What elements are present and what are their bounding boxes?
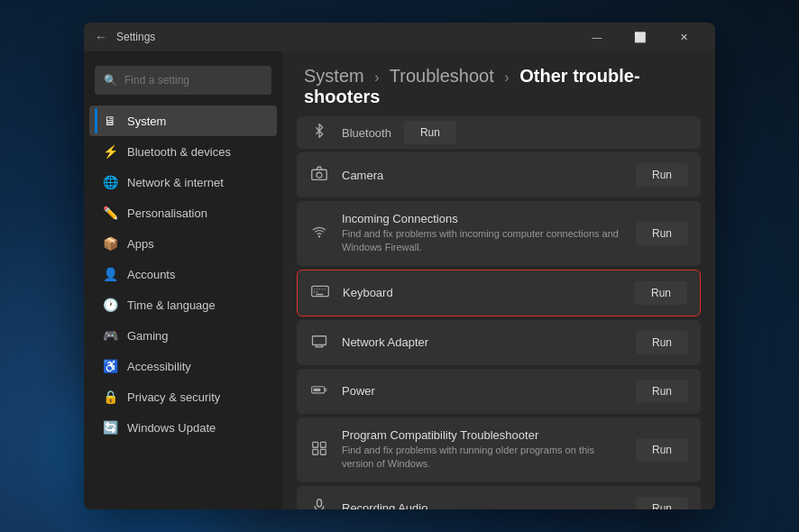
title-bar: ← Settings — ⬜ ✕	[84, 23, 715, 51]
minimize-button[interactable]: —	[576, 23, 618, 51]
ts-item-keyboard: Keyboard Run	[297, 270, 701, 316]
window-controls: — ⬜ ✕	[576, 23, 704, 51]
bluetooth-ts-icon	[309, 124, 329, 142]
incoming-desc: Find and fix problems with incoming comp…	[342, 227, 623, 255]
settings-window: ← Settings — ⬜ ✕ 🔍 🖥 System ⚡ Bluetooth …	[84, 23, 715, 509]
search-box[interactable]: 🔍	[95, 66, 271, 95]
ts-item-bluetooth-partial: Bluetooth Run	[297, 116, 701, 149]
program-compat-title: Program Compatibility Troubleshooter	[342, 428, 623, 442]
network-icon: 🌐	[102, 174, 118, 190]
accounts-icon: 👤	[102, 266, 118, 282]
bluetooth-run-button[interactable]: Run	[404, 121, 456, 144]
svg-rect-23	[320, 449, 326, 454]
program-compat-ts-icon	[309, 441, 329, 459]
sidebar-item-time[interactable]: 🕐 Time & language	[89, 289, 277, 320]
troubleshooters-list: Bluetooth Run Camera Run	[282, 116, 715, 509]
power-title: Power	[342, 384, 623, 398]
power-text: Power	[342, 384, 623, 398]
incoming-ts-icon	[309, 225, 329, 243]
power-ts-icon	[309, 383, 329, 399]
keyboard-ts-icon	[310, 285, 330, 301]
svg-rect-20	[313, 442, 318, 447]
sidebar-label-privacy: Privacy & security	[127, 390, 220, 404]
program-compat-text: Program Compatibility Troubleshooter Fin…	[342, 428, 623, 472]
camera-text: Camera	[342, 169, 623, 182]
breadcrumb: System › Troubleshoot › Other trouble-sh…	[282, 51, 715, 116]
ts-item-program-compat: Program Compatibility Troubleshooter Fin…	[297, 417, 701, 482]
keyboard-title: Keyboard	[343, 286, 622, 299]
sidebar-label-bluetooth: Bluetooth & devices	[127, 145, 231, 159]
sidebar-item-gaming[interactable]: 🎮 Gaming	[89, 320, 277, 351]
sidebar-item-personalisation[interactable]: ✏️ Personalisation	[89, 197, 277, 228]
back-button[interactable]: ←	[95, 30, 107, 44]
sidebar: 🔍 🖥 System ⚡ Bluetooth & devices 🌐 Netwo…	[84, 51, 282, 509]
personalisation-icon: ✏️	[102, 205, 118, 221]
content-area: 🔍 🖥 System ⚡ Bluetooth & devices 🌐 Netwo…	[84, 51, 715, 509]
ts-item-recording-audio: Recording Audio Run	[297, 486, 701, 509]
ts-item-power: Power Run	[297, 369, 701, 414]
recording-audio-run-button[interactable]: Run	[636, 497, 688, 509]
updates-icon: 🔄	[102, 419, 118, 436]
time-icon: 🕐	[102, 297, 118, 313]
privacy-icon: 🔒	[102, 389, 118, 405]
accessibility-icon: ♿	[102, 358, 118, 374]
sidebar-label-network: Network & internet	[127, 176, 224, 189]
maximize-button[interactable]: ⬜	[620, 23, 661, 51]
svg-rect-12	[313, 336, 326, 345]
sidebar-item-accounts[interactable]: 👤 Accounts	[89, 259, 277, 289]
bc-system: System	[304, 66, 364, 86]
program-compat-run-button[interactable]: Run	[636, 438, 688, 462]
bc-sep-1: ›	[374, 69, 379, 85]
bluetooth-icon: ⚡	[102, 143, 118, 160]
svg-rect-21	[320, 442, 326, 447]
sidebar-item-bluetooth[interactable]: ⚡ Bluetooth & devices	[89, 136, 277, 167]
sidebar-label-updates: Windows Update	[127, 421, 216, 435]
svg-rect-22	[313, 449, 318, 454]
sidebar-label-personalisation: Personalisation	[127, 206, 207, 220]
svg-point-1	[317, 172, 322, 178]
bluetooth-title: Bluetooth	[342, 126, 391, 140]
search-input[interactable]	[124, 74, 262, 87]
close-button[interactable]: ✕	[663, 23, 704, 51]
camera-run-button[interactable]: Run	[636, 163, 688, 187]
program-compat-desc: Find and fix problems with running older…	[342, 444, 623, 472]
sidebar-label-system: System	[127, 115, 166, 128]
sidebar-label-accounts: Accounts	[127, 268, 175, 281]
sidebar-item-system[interactable]: 🖥 System	[89, 105, 277, 136]
sidebar-item-accessibility[interactable]: ♿ Accessibility	[89, 351, 277, 381]
svg-rect-24	[317, 499, 322, 506]
recording-audio-title: Recording Audio	[342, 501, 623, 509]
incoming-title: Incoming Connections	[342, 212, 623, 225]
gaming-icon: 🎮	[102, 327, 118, 344]
sidebar-label-time: Time & language	[127, 298, 216, 312]
camera-title: Camera	[342, 169, 623, 182]
power-run-button[interactable]: Run	[636, 380, 688, 403]
camera-ts-icon	[309, 166, 329, 184]
ts-item-incoming: Incoming Connections Find and fix proble…	[297, 201, 701, 266]
sidebar-item-updates[interactable]: 🔄 Windows Update	[89, 412, 277, 443]
network-adapter-ts-icon	[309, 334, 329, 352]
bc-sep-2: ›	[504, 69, 509, 85]
recording-audio-text: Recording Audio	[342, 501, 623, 509]
keyboard-text: Keyboard	[343, 286, 622, 299]
ts-item-network-adapter: Network Adapter Run	[297, 320, 701, 365]
sidebar-label-accessibility: Accessibility	[127, 360, 191, 373]
sidebar-item-network[interactable]: 🌐 Network & internet	[89, 167, 277, 197]
incoming-run-button[interactable]: Run	[636, 222, 688, 245]
network-adapter-run-button[interactable]: Run	[636, 331, 688, 354]
sidebar-label-gaming: Gaming	[127, 329, 169, 343]
sidebar-label-apps: Apps	[127, 237, 154, 251]
svg-point-2	[318, 236, 319, 237]
keyboard-run-button[interactable]: Run	[635, 281, 687, 305]
incoming-text: Incoming Connections Find and fix proble…	[342, 212, 623, 255]
network-adapter-text: Network Adapter	[342, 335, 623, 349]
network-adapter-title: Network Adapter	[342, 335, 623, 349]
svg-rect-19	[314, 388, 321, 390]
search-icon: 🔍	[104, 74, 117, 87]
sidebar-item-apps[interactable]: 📦 Apps	[89, 228, 277, 259]
system-icon: 🖥	[102, 113, 118, 129]
sidebar-item-privacy[interactable]: 🔒 Privacy & security	[89, 381, 277, 412]
window-title: Settings	[116, 31, 576, 43]
main-content: System › Troubleshoot › Other trouble-sh…	[282, 51, 715, 509]
recording-audio-ts-icon	[309, 499, 329, 509]
